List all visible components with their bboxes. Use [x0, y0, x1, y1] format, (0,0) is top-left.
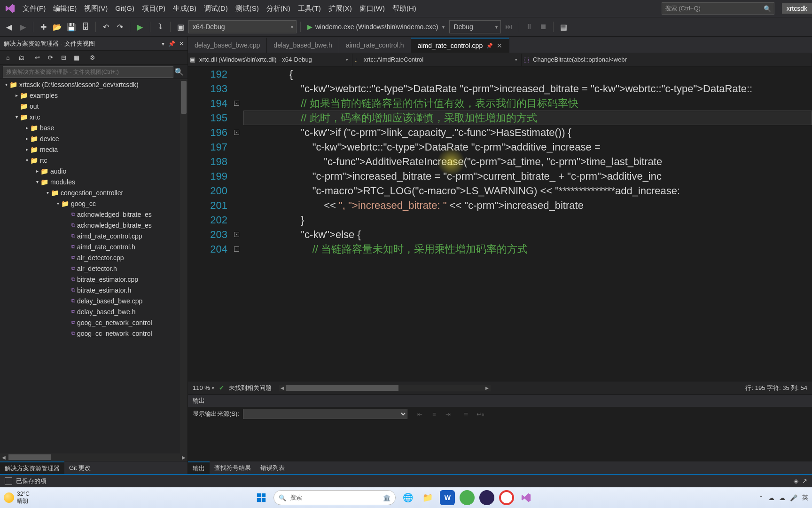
- code-editor[interactable]: 192193194195196197198199200201202203204 …: [188, 67, 812, 381]
- fold-icon[interactable]: -: [234, 130, 239, 135]
- tree-file[interactable]: ⧉delay_based_bwe.cpp: [0, 295, 187, 306]
- menu-帮助(H)[interactable]: 帮助(H): [389, 2, 420, 14]
- code-line[interactable]: "c-kw">webrtc::"c-type">DataRate "c-prm"…: [243, 81, 812, 96]
- sidebar-tab[interactable]: Git 更改: [64, 461, 95, 474]
- fold-icon[interactable]: -: [234, 246, 239, 252]
- tree-folder[interactable]: ▸📁audio: [0, 166, 187, 176]
- config-dropdown[interactable]: x64-Debug: [188, 20, 297, 33]
- chrome-icon[interactable]: 🌐: [400, 490, 415, 505]
- code-line[interactable]: "c-kw">webrtc::"c-type">DataRate "c-prm"…: [243, 140, 812, 154]
- tree-twisty-icon[interactable]: ▾: [44, 190, 51, 195]
- menu-编辑(E)[interactable]: 编辑(E): [49, 2, 80, 14]
- tree-file[interactable]: ⧉delay_based_bwe.h: [0, 306, 187, 317]
- new-button[interactable]: ✚: [37, 21, 49, 33]
- tree-twisty-icon[interactable]: ▸: [23, 136, 30, 141]
- collapse-icon[interactable]: ⊟: [58, 53, 69, 63]
- tree-folder[interactable]: ▾📁rtc: [0, 155, 187, 166]
- close-icon[interactable]: ✕: [179, 40, 184, 47]
- system-tray[interactable]: ⌃ ☁ ☁ 🎤 英: [758, 493, 808, 502]
- ime-indicator[interactable]: 英: [802, 493, 808, 502]
- tree-scrollbar[interactable]: [180, 79, 187, 453]
- tree-file[interactable]: ⧉aimd_rate_control.h: [0, 241, 187, 252]
- tree-twisty-icon[interactable]: ▾: [3, 82, 9, 87]
- sidebar-tab[interactable]: 解决方案资源管理器: [0, 461, 64, 474]
- layout-button[interactable]: ▦: [557, 21, 570, 33]
- tree-folder[interactable]: ▸📁device: [0, 133, 187, 144]
- indent-right-icon[interactable]: ⇥: [443, 409, 453, 419]
- back-icon[interactable]: ↩: [32, 53, 42, 63]
- editor-hscrollbar[interactable]: ◀▶: [279, 385, 491, 391]
- output-tab[interactable]: 错误列表: [256, 461, 289, 474]
- tree-twisty-icon[interactable]: ▸: [23, 125, 30, 130]
- record-icon[interactable]: [499, 490, 514, 505]
- menu-调试(D)[interactable]: 调试(D): [200, 2, 232, 14]
- close-icon[interactable]: ✕: [497, 42, 502, 49]
- tree-file[interactable]: ⧉acknowledged_bitrate_es: [0, 209, 187, 220]
- code-line[interactable]: }: [243, 213, 812, 227]
- tree-file[interactable]: ⧉bitrate_estimator.cpp: [0, 274, 187, 285]
- app-green-icon[interactable]: [460, 490, 475, 505]
- menu-项目(P)[interactable]: 项目(P): [138, 2, 169, 14]
- tree-file[interactable]: ⧉alr_detector.cpp: [0, 252, 187, 263]
- home-icon[interactable]: ⌂: [3, 53, 13, 63]
- output-tab[interactable]: 输出: [188, 461, 210, 474]
- menu-工具(T)[interactable]: 工具(T): [294, 2, 325, 14]
- clear-icon[interactable]: ≣: [461, 409, 471, 419]
- fold-icon[interactable]: -: [234, 232, 239, 237]
- indent-left-icon[interactable]: ⇤: [415, 409, 425, 419]
- zoom-dropdown[interactable]: 110 % ▾: [193, 384, 214, 391]
- onedrive-icon[interactable]: ☁: [768, 494, 774, 501]
- code-line[interactable]: << ", ">increased_bitrate: " << "c-prm">…: [243, 198, 812, 213]
- code-line[interactable]: "c-prm">increased_bitrate = "c-prm">curr…: [243, 169, 812, 183]
- document-tab[interactable]: delay_based_bwe.h: [267, 38, 339, 53]
- code-line[interactable]: // 当链路容量未知时，采用乘性增加码率的方式: [243, 242, 812, 256]
- document-tab[interactable]: delay_based_bwe.cpp: [188, 38, 267, 53]
- menu-测试(S)[interactable]: 测试(S): [232, 2, 263, 14]
- source-control-icon[interactable]: ◈: [794, 477, 798, 484]
- menu-生成(B)[interactable]: 生成(B): [169, 2, 200, 14]
- tree-file[interactable]: ⧉goog_cc_network_control: [0, 328, 187, 339]
- indent-icon[interactable]: ≡: [429, 409, 439, 419]
- tree-folder[interactable]: ▾📁goog_cc: [0, 198, 187, 209]
- tree-file[interactable]: ⧉alr_detector.h: [0, 263, 187, 274]
- tree-twisty-icon[interactable]: ▸: [34, 168, 40, 174]
- visualstudio-taskbar-icon[interactable]: [519, 490, 534, 505]
- build-button[interactable]: ▣: [174, 21, 187, 33]
- tree-folder[interactable]: ▾📁xrtc: [0, 111, 187, 122]
- nav-member-dropdown[interactable]: ⬚ChangeBitrate(absl::optional<webr: [522, 54, 812, 66]
- tree-twisty-icon[interactable]: ▾: [55, 201, 61, 206]
- show-all-icon[interactable]: ▦: [71, 53, 82, 63]
- save-button[interactable]: 💾: [65, 21, 78, 33]
- code-line[interactable]: "c-kw">if ("c-prm">link_capacity_."c-fun…: [243, 125, 812, 140]
- tree-file[interactable]: ⧉acknowledged_bitrate_es: [0, 220, 187, 230]
- chevron-up-icon[interactable]: ⌃: [758, 494, 764, 501]
- start-menu-button[interactable]: [254, 490, 269, 505]
- tree-file[interactable]: ⧉aimd_rate_control.cpp: [0, 230, 187, 241]
- document-tab[interactable]: aimd_rate_control.cpp📌✕: [411, 38, 510, 53]
- code-line[interactable]: "c-kw">else {: [243, 227, 812, 242]
- code-line[interactable]: // 此时，码率的增加应该谨慎，采取加性增加的方式: [243, 111, 812, 125]
- tree-twisty-icon[interactable]: ▾: [23, 158, 30, 163]
- taskbar-search[interactable]: 🔍 搜索🏛️: [273, 490, 396, 505]
- sidebar-search-input[interactable]: [3, 66, 173, 78]
- debug-mode-dropdown[interactable]: Debug: [449, 20, 501, 33]
- menu-扩展(X)[interactable]: 扩展(X): [325, 2, 356, 14]
- notifications-icon[interactable]: ↗: [802, 477, 807, 484]
- tree-folder[interactable]: ▸📁media: [0, 144, 187, 155]
- dropdown-icon[interactable]: ▾: [162, 40, 164, 47]
- menu-窗口(W)[interactable]: 窗口(W): [356, 2, 389, 14]
- menu-视图(V)[interactable]: 视图(V): [80, 2, 111, 14]
- tree-twisty-icon[interactable]: ▸: [13, 93, 20, 98]
- pin-icon[interactable]: 📌: [486, 43, 493, 49]
- code-line[interactable]: "c-macro">RTC_LOG("c-macro">LS_WARNING) …: [243, 183, 812, 198]
- save-all-button[interactable]: 🗄: [79, 21, 92, 33]
- document-tab[interactable]: aimd_rate_control.h: [339, 38, 411, 53]
- menu-文件(F)[interactable]: 文件(F): [19, 2, 49, 14]
- explorer-icon[interactable]: 📁: [420, 490, 435, 505]
- weather-widget[interactable]: 32°C晴朗: [4, 491, 30, 505]
- tree-folder[interactable]: ▸📁examples: [0, 90, 187, 101]
- menu-Git(G)[interactable]: Git(G): [111, 2, 138, 14]
- tree-hscrollbar[interactable]: ◀▶: [0, 453, 187, 461]
- switch-view-icon[interactable]: 🗂: [16, 53, 26, 63]
- code-line[interactable]: "c-func">AdditiveRateIncrease("c-prm">at…: [243, 154, 812, 169]
